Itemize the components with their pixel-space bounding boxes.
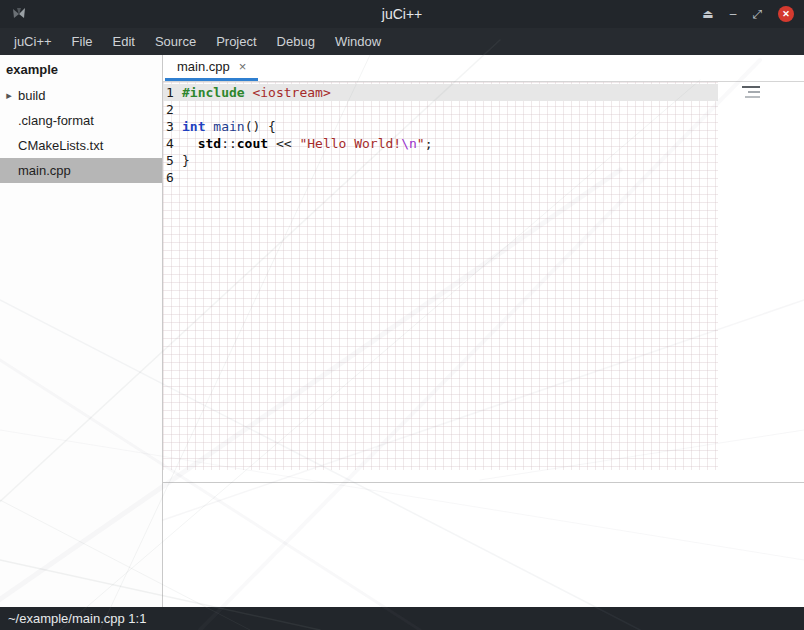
tree-item-label: main.cpp <box>18 163 71 178</box>
token-fn: main <box>213 119 244 134</box>
window-controls: ⏏–⤢✕ <box>702 6 794 22</box>
tab-label: main.cpp <box>177 59 230 74</box>
token-plain <box>182 136 198 151</box>
menubar: juCi++FileEditSourceProjectDebugWindow <box>0 28 804 55</box>
code-text: #include <iostream> <box>182 84 331 101</box>
output-panel[interactable] <box>163 482 804 607</box>
code-line-2[interactable]: 2 <box>163 101 718 118</box>
token-plain: ; <box>425 136 433 151</box>
menu-item-file[interactable]: File <box>62 28 103 55</box>
close-icon[interactable]: ✕ <box>778 6 794 22</box>
minimap-line <box>742 86 760 88</box>
token-include: #include <box>182 85 245 100</box>
restore-icon[interactable]: ⤢ <box>752 6 762 22</box>
minimap <box>742 86 760 98</box>
code-text: int main() { <box>182 118 276 135</box>
tree-item-label: build <box>18 88 45 103</box>
editor-column: main.cpp × 1#include <iostream>23int mai… <box>163 55 804 607</box>
token-plain: } <box>182 153 190 168</box>
token-str: "Hello World! <box>299 136 401 151</box>
line-number: 6 <box>166 169 177 186</box>
token-esc: \n <box>401 136 417 151</box>
line-number: 3 <box>166 118 177 135</box>
token-kw: int <box>182 119 205 134</box>
app-window: juCi++ ⏏–⤢✕ juCi++FileEditSourceProjectD… <box>0 0 804 630</box>
file-tree: ▸build.clang-formatCMakeLists.txtmain.cp… <box>0 83 162 183</box>
menu-item-source[interactable]: Source <box>145 28 206 55</box>
file-browser-sidebar: example ▸build.clang-formatCMakeLists.tx… <box>0 55 163 607</box>
tab-main-cpp[interactable]: main.cpp × <box>165 55 258 81</box>
code-line-5[interactable]: 5} <box>163 152 718 169</box>
content: example ▸build.clang-formatCMakeLists.tx… <box>0 55 804 607</box>
tree-item-label: CMakeLists.txt <box>18 138 103 153</box>
token-header: <iostream> <box>252 85 330 100</box>
minimap-line <box>748 91 760 93</box>
token-str: " <box>417 136 425 151</box>
tree-item-label: .clang-format <box>18 113 94 128</box>
tree-item-cmakelists-txt[interactable]: CMakeLists.txt <box>0 133 162 158</box>
statusbar: ~/example/main.cpp 1:1 <box>0 607 804 630</box>
code-text: std::cout << "Hello World!\n"; <box>182 135 432 152</box>
code-line-3[interactable]: 3int main() { <box>163 118 718 135</box>
code-line-1[interactable]: 1#include <iostream> <box>163 84 718 101</box>
token-ns: std <box>198 136 221 151</box>
project-root-label: example <box>0 55 162 83</box>
window-title: juCi++ <box>0 6 804 22</box>
tree-item-main-cpp[interactable]: main.cpp <box>0 158 162 183</box>
menu-item-juci[interactable]: juCi++ <box>4 28 62 55</box>
token-ns: cout <box>237 136 268 151</box>
code-lines: 1#include <iostream>23int main() {4 std:… <box>163 82 718 186</box>
eject-icon[interactable]: ⏏ <box>702 6 713 22</box>
menu-item-project[interactable]: Project <box>206 28 266 55</box>
menu-item-window[interactable]: Window <box>325 28 391 55</box>
tabbar: main.cpp × <box>163 55 804 82</box>
app-logo-icon <box>10 5 28 23</box>
menu-item-debug[interactable]: Debug <box>267 28 325 55</box>
code-text: } <box>182 152 190 169</box>
minimap-line <box>745 96 760 98</box>
line-number: 1 <box>166 84 177 101</box>
code-line-6[interactable]: 6 <box>163 169 718 186</box>
editor-text-area[interactable]: 1#include <iostream>23int main() {4 std:… <box>163 82 718 470</box>
tree-item-build[interactable]: ▸build <box>0 83 162 108</box>
menu-item-edit[interactable]: Edit <box>103 28 145 55</box>
line-number: 2 <box>166 101 177 118</box>
titlebar: juCi++ ⏏–⤢✕ <box>0 0 804 28</box>
tree-item--clang-format[interactable]: .clang-format <box>0 108 162 133</box>
expander-icon[interactable]: ▸ <box>0 89 18 102</box>
token-plain: << <box>268 136 299 151</box>
token-plain: :: <box>221 136 237 151</box>
token-plain: () { <box>245 119 276 134</box>
status-file-position: ~/example/main.cpp 1:1 <box>8 611 146 626</box>
tab-close-icon[interactable]: × <box>239 59 247 74</box>
code-line-4[interactable]: 4 std::cout << "Hello World!\n"; <box>163 135 718 152</box>
minimize-icon[interactable]: – <box>730 6 737 22</box>
line-number: 4 <box>166 135 177 152</box>
line-number: 5 <box>166 152 177 169</box>
code-editor[interactable]: 1#include <iostream>23int main() {4 std:… <box>163 82 804 482</box>
